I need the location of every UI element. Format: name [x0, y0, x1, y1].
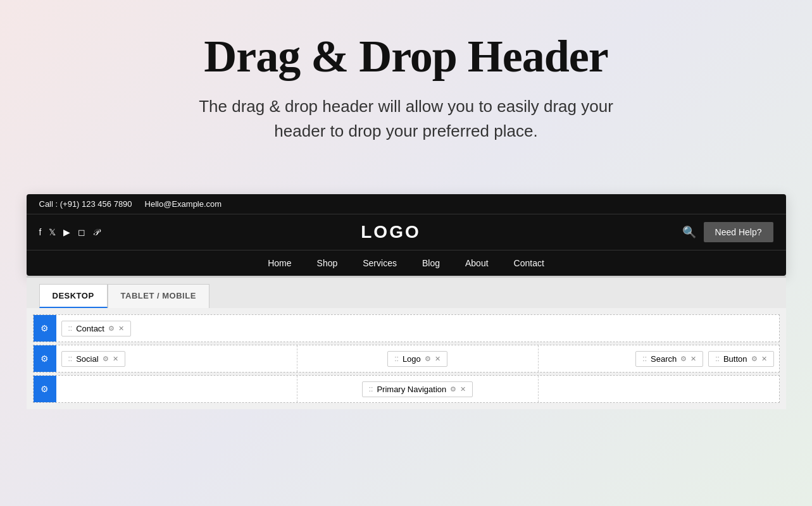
hero-section: Drag & Drop Header The drag & drop heade… [0, 0, 812, 194]
contact-block[interactable]: :: Contact ⚙ ✕ [61, 321, 131, 336]
contact-gear-icon[interactable]: ⚙ [108, 324, 115, 333]
nav-item-contact[interactable]: Contact [514, 258, 544, 268]
logo-close-icon[interactable]: ✕ [435, 355, 440, 363]
header-right: 🔍 Need Help? [682, 222, 773, 242]
builder-row-2: ⚙ :: Social ⚙ ✕ :: Logo [33, 345, 780, 373]
row3-content: :: Primary Navigation ⚙ ✕ [56, 376, 779, 402]
drag-handle-icon: :: [68, 324, 73, 333]
social-gear-icon[interactable]: ⚙ [103, 355, 109, 363]
nav-item-services[interactable]: Services [363, 258, 397, 268]
header-search-icon[interactable]: 🔍 [682, 225, 696, 239]
drag-handle-icon: :: [369, 385, 373, 393]
search-gear-icon[interactable]: ⚙ [680, 355, 687, 363]
topbar-email: Hello@Example.com [145, 199, 222, 209]
builder-row-1: ⚙ :: Contact ⚙ ✕ [33, 314, 780, 342]
drag-handle-icon: :: [642, 354, 647, 363]
primary-nav-block-label: Primary Navigation [377, 385, 446, 394]
contact-block-label: Contact [76, 324, 104, 333]
primary-nav-close-icon[interactable]: ✕ [460, 385, 466, 393]
button-close-icon[interactable]: ✕ [761, 355, 767, 363]
instagram-icon[interactable]: ◻ [78, 227, 85, 237]
col-right-empty [539, 376, 779, 402]
gear-icon: ⚙ [41, 354, 49, 364]
primary-nav-gear-icon[interactable]: ⚙ [450, 385, 456, 393]
col-right: :: Search ⚙ ✕ :: Button ⚙ ✕ [539, 345, 779, 372]
header-preview: Call : (+91) 123 456 7890 Hello@Example.… [27, 194, 786, 276]
nav-item-shop[interactable]: Shop [317, 258, 338, 268]
button-gear-icon[interactable]: ⚙ [751, 355, 758, 363]
col-center-nav: :: Primary Navigation ⚙ ✕ [297, 376, 539, 402]
contact-close-icon[interactable]: ✕ [118, 324, 124, 333]
button-block[interactable]: :: Button ⚙ ✕ [708, 351, 773, 367]
logo-block[interactable]: :: Logo ⚙ ✕ [387, 351, 447, 367]
row3-settings-button[interactable]: ⚙ [34, 376, 56, 402]
button-block-label: Button [723, 354, 747, 364]
search-block-label: Search [651, 354, 677, 364]
search-close-icon[interactable]: ✕ [690, 355, 696, 363]
pinterest-icon[interactable]: 𝒫 [93, 227, 99, 238]
twitter-icon[interactable]: 𝕏 [49, 227, 56, 237]
social-block-label: Social [76, 354, 98, 364]
col-left: :: Social ⚙ ✕ [56, 345, 297, 372]
social-icons: f 𝕏 ▶ ◻ 𝒫 [39, 227, 100, 238]
logo-gear-icon[interactable]: ⚙ [425, 355, 431, 363]
hero-title: Drag & Drop Header [13, 32, 799, 82]
tab-desktop[interactable]: DESKTOP [39, 284, 108, 308]
row1-content: :: Contact ⚙ ✕ [56, 315, 779, 342]
header-logo: LOGO [361, 222, 420, 242]
social-block[interactable]: :: Social ⚙ ✕ [61, 351, 125, 367]
header-nav: Home Shop Services Blog About Contact [27, 250, 786, 276]
builder-section: DESKTOP TABLET / MOBILE ⚙ :: Contact ⚙ ✕ [27, 276, 786, 409]
builder-row-3: ⚙ :: Primary Navigation ⚙ ✕ [33, 375, 780, 403]
col-center: :: Logo ⚙ ✕ [297, 345, 539, 372]
tab-tablet-mobile[interactable]: TABLET / MOBILE [108, 284, 209, 308]
youtube-icon[interactable]: ▶ [63, 227, 70, 237]
gear-icon: ⚙ [41, 323, 49, 333]
builder-tabs: DESKTOP TABLET / MOBILE [27, 278, 786, 308]
nav-item-home[interactable]: Home [268, 258, 291, 268]
drag-handle-icon: :: [68, 354, 73, 363]
topbar-phone: Call : (+91) 123 456 7890 [39, 199, 132, 209]
hero-subtitle: The drag & drop header will allow you to… [185, 94, 628, 144]
nav-item-blog[interactable]: Blog [422, 258, 440, 268]
header-topbar: Call : (+91) 123 456 7890 Hello@Example.… [27, 194, 786, 214]
nav-item-about[interactable]: About [465, 258, 489, 268]
header-main: f 𝕏 ▶ ◻ 𝒫 LOGO 🔍 Need Help? [27, 214, 786, 250]
social-close-icon[interactable]: ✕ [113, 355, 118, 363]
col-left-empty [56, 376, 297, 402]
gear-icon: ⚙ [41, 384, 49, 394]
drag-handle-icon: :: [715, 354, 720, 363]
row1-settings-button[interactable]: ⚙ [34, 315, 56, 342]
facebook-icon[interactable]: f [39, 227, 42, 237]
row2-settings-button[interactable]: ⚙ [34, 345, 56, 372]
search-block[interactable]: :: Search ⚙ ✕ [635, 351, 703, 367]
row2-content: :: Social ⚙ ✕ :: Logo ⚙ ✕ [56, 345, 779, 372]
primary-nav-block[interactable]: :: Primary Navigation ⚙ ✕ [362, 381, 473, 397]
need-help-button[interactable]: Need Help? [704, 222, 773, 242]
logo-block-label: Logo [403, 354, 421, 364]
drag-handle-icon: :: [394, 354, 399, 363]
builder-rows: ⚙ :: Contact ⚙ ✕ ⚙ :: S [27, 308, 786, 409]
